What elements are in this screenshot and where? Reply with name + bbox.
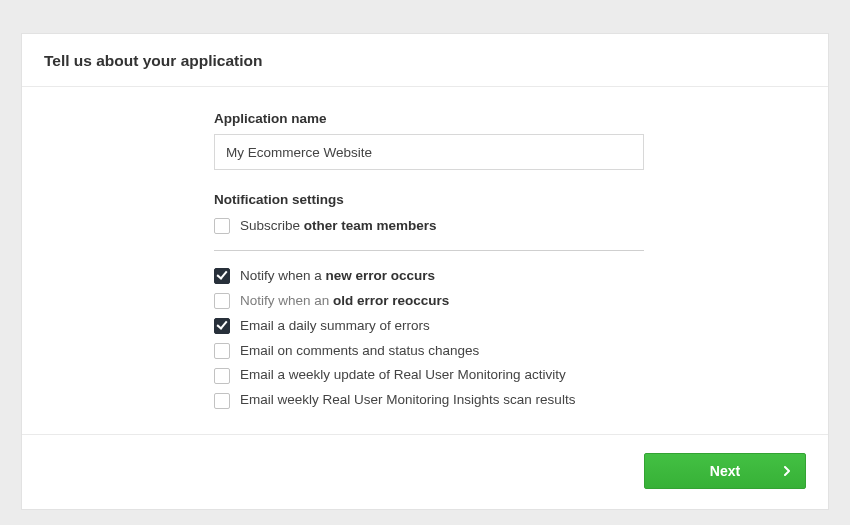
application-card: Tell us about your application Applicati… <box>21 33 829 510</box>
app-name-label: Application name <box>214 111 644 126</box>
page-title: Tell us about your application <box>44 52 806 70</box>
notification-item: Email weekly Real User Monitoring Insigh… <box>214 391 644 410</box>
notification-checkbox[interactable] <box>214 368 230 384</box>
notification-label: Email on comments and status changes <box>240 342 479 361</box>
notification-label: Email a daily summary of errors <box>240 317 430 336</box>
notification-checkbox[interactable] <box>214 393 230 409</box>
notification-label: Email a weekly update of Real User Monit… <box>240 366 566 385</box>
form-inner: Application name Notification settings S… <box>214 111 644 410</box>
notification-label: Notify when an old error reoccurs <box>240 292 449 311</box>
notification-item: Notify when an old error reoccurs <box>214 292 644 311</box>
notification-item: Email a weekly update of Real User Monit… <box>214 366 644 385</box>
subscribe-row: Subscribe other team members <box>214 217 644 236</box>
chevron-right-icon <box>784 466 791 476</box>
notification-items: Notify when a new error occursNotify whe… <box>214 267 644 410</box>
notification-item: Email on comments and status changes <box>214 342 644 361</box>
notification-checkbox[interactable] <box>214 293 230 309</box>
card-header: Tell us about your application <box>22 34 828 87</box>
card-body: Application name Notification settings S… <box>22 87 828 435</box>
notification-checkbox[interactable] <box>214 268 230 284</box>
notification-settings-label: Notification settings <box>214 192 644 207</box>
next-button[interactable]: Next <box>644 453 806 489</box>
notification-item: Notify when a new error occurs <box>214 267 644 286</box>
subscribe-checkbox[interactable] <box>214 218 230 234</box>
divider <box>214 250 644 251</box>
notification-item: Email a daily summary of errors <box>214 317 644 336</box>
subscribe-label: Subscribe other team members <box>240 217 437 236</box>
notification-checkbox[interactable] <box>214 343 230 359</box>
notification-label: Email weekly Real User Monitoring Insigh… <box>240 391 575 410</box>
notification-checkbox[interactable] <box>214 318 230 334</box>
app-name-input[interactable] <box>214 134 644 170</box>
next-button-label: Next <box>710 463 740 479</box>
card-footer: Next <box>22 435 828 509</box>
notification-label: Notify when a new error occurs <box>240 267 435 286</box>
